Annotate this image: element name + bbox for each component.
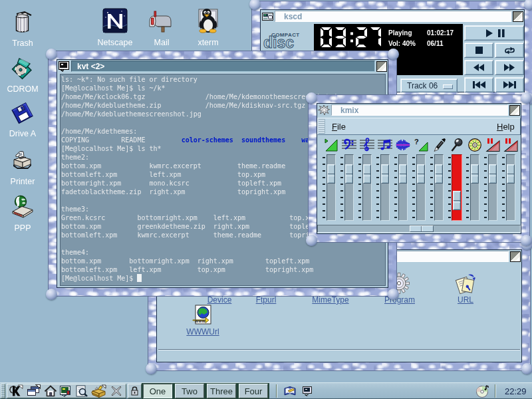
kfm-item-label: WWWUrl: [176, 327, 229, 336]
next-track-button[interactable]: [495, 77, 524, 92]
repeat-icon: [504, 47, 515, 55]
desktop-icon-mail[interactable]: Mail: [139, 9, 184, 47]
pager-desktop-four[interactable]: Four: [239, 384, 268, 398]
desktop-icon-label: xterm: [186, 38, 231, 47]
mute1-icon: [485, 138, 500, 152]
panel-drag-handle[interactable]: [1, 384, 5, 398]
notes-button[interactable]: [282, 384, 298, 398]
slider-handle[interactable]: [381, 164, 389, 184]
bass-icon: [342, 138, 356, 152]
desktop-icon-label: Netscape: [92, 38, 138, 47]
slider-ticks: [430, 157, 433, 218]
pager-desktop-one[interactable]: One: [143, 384, 172, 398]
scrollbar-thumb[interactable]: [410, 225, 434, 232]
kfm-maximize-button[interactable]: [510, 251, 521, 262]
kvt-titlebar[interactable]: kvt <2>: [57, 60, 388, 72]
kscd-titlebar[interactable]: kscd: [261, 10, 524, 23]
fast-forward-button[interactable]: [495, 60, 524, 75]
desktop-icon-cdrom[interactable]: CDROM: [0, 57, 45, 94]
terminal-text-segment: bottomleft.xpm kwmrc.excerpt theme.readm…: [61, 231, 337, 239]
menu-help[interactable]: Help: [491, 122, 520, 132]
terminal-tray-button[interactable]: [299, 384, 315, 398]
terminal-text-segment: /home/Me/kdebluethemescreenshot.jpg: [61, 110, 201, 118]
kscd-title: kscd: [275, 11, 511, 22]
cd-tray-button[interactable]: [475, 384, 491, 398]
desktop-pager: One Two Three Four: [142, 383, 269, 399]
kfm-item-url[interactable]: URL: [439, 273, 492, 305]
desktop-icon-printer[interactable]: Printer: [0, 148, 45, 186]
lock-icon: [128, 384, 141, 397]
slider-handle[interactable]: [507, 164, 515, 184]
desktop-icon-trash[interactable]: Trash: [0, 10, 45, 48]
kmix-horizontal-scrollbar[interactable]: [317, 225, 521, 233]
lcd-volume: Vol: 40%: [388, 40, 416, 47]
toolbox-button[interactable]: [91, 384, 107, 398]
terminal-text-segment: /home/Me/kdethemes:: [61, 128, 137, 135]
desktop-icon-drive-a[interactable]: Drive A: [0, 102, 45, 138]
mixer-channel-mute2: [501, 137, 519, 225]
mixer-channel-mute1: [483, 137, 501, 225]
lcd-total-time: 01:02:17: [427, 29, 454, 37]
find-files-button[interactable]: [74, 384, 90, 398]
menubar-drag-handle[interactable]: [319, 119, 325, 134]
desktop-icon-netscape[interactable]: Netscape: [92, 8, 138, 47]
kfm-item-wwwurl[interactable]: WWW WWWUrl: [176, 305, 229, 336]
track-selector-button: [443, 84, 453, 89]
slider-handle[interactable]: [489, 164, 497, 184]
window-list-button[interactable]: [25, 384, 41, 398]
kmix-splat-icon: [318, 104, 330, 116]
mixer-channel-line: [430, 137, 448, 225]
slider-handle[interactable]: [435, 164, 443, 184]
terminal-text-segment: theme2:: [61, 154, 89, 161]
kvt-window-icon: [58, 61, 70, 72]
terminal-tray-icon: [301, 384, 314, 398]
kscd-maximize-button[interactable]: [513, 11, 523, 22]
home-button[interactable]: [43, 384, 59, 398]
desktop-icon-label: Printer: [0, 177, 45, 186]
corner-bubble: [46, 49, 57, 60]
slider-ticks: [394, 157, 397, 218]
desktop-icon-ppp[interactable]: PPP: [0, 195, 45, 233]
slider-handle[interactable]: [327, 164, 335, 184]
printer-icon: [11, 148, 35, 172]
x-cursor-button[interactable]: [108, 384, 124, 398]
kfm-item-label: MimeType: [304, 295, 357, 305]
slider-handle[interactable]: [453, 191, 461, 210]
terminal-text-segment: bottomright.xpm mono.kcsrc topleft.xpm: [61, 180, 281, 187]
slider-ticks: [412, 157, 415, 218]
slider-handle[interactable]: [417, 164, 425, 184]
kmix-maximize-button[interactable]: [509, 105, 520, 116]
lock-screen-button[interactable]: [128, 384, 142, 398]
kmix-titlebar[interactable]: kmix: [317, 104, 521, 116]
previous-track-button[interactable]: [464, 77, 493, 92]
slider-ticks: [448, 157, 451, 218]
rewind-button[interactable]: [464, 60, 493, 75]
slider-handle[interactable]: [345, 164, 353, 184]
compact-disc-logo: COMPACT disc: [263, 31, 312, 51]
repeat-button[interactable]: [495, 43, 524, 58]
kvt-maximize-button[interactable]: [376, 61, 387, 72]
play-pause-button[interactable]: [464, 25, 524, 41]
k-menu-button[interactable]: [8, 384, 24, 398]
terminal-text-segment: theme3:: [61, 205, 89, 213]
terminal-launcher-icon: [59, 384, 73, 398]
pager-desktop-three[interactable]: Three: [207, 384, 236, 398]
slider-handle[interactable]: [471, 164, 479, 184]
desktop-icon-xterm[interactable]: xterm: [186, 8, 231, 47]
mixer-channel-bass: [340, 137, 358, 225]
volume-icon: [324, 138, 338, 152]
menu-file[interactable]: File: [327, 122, 351, 132]
track-selector[interactable]: Track 06: [400, 78, 458, 92]
svg-text:disc: disc: [263, 34, 294, 51]
desktop-icon-label: CDROM: [0, 84, 45, 94]
stop-button[interactable]: [464, 43, 493, 58]
pager-desktop-two[interactable]: Two: [175, 384, 204, 398]
terminal-line: bottomleft.xpm left.xpm top.xpm topright…: [61, 265, 385, 274]
terminal-text-segment: Green.kcsrc bottomright.xpm left.xpm top…: [61, 214, 317, 221]
terminal-text-segment: [Me@localhost Me]$ ls th*: [61, 145, 162, 152]
slider-handle[interactable]: [363, 164, 371, 184]
slider-handle[interactable]: [399, 164, 407, 184]
lcd-track-fraction: 06/11: [427, 40, 443, 47]
kvt-launcher-button[interactable]: [58, 384, 74, 398]
slider-groove-red[interactable]: [452, 154, 462, 221]
